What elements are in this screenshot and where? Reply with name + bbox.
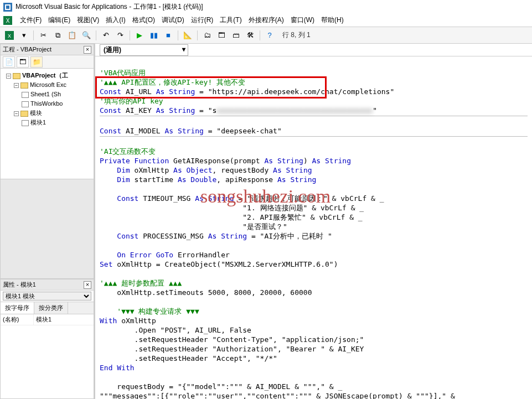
view-excel-icon[interactable]: X xyxy=(3,29,16,42)
collapse-icon[interactable]: − xyxy=(14,111,19,116)
tab-alphabetic[interactable]: 按字母序 xyxy=(1,302,34,314)
menu-addins[interactable]: 外接程序(A) xyxy=(245,15,287,25)
toolbox-icon[interactable]: 🛠 xyxy=(244,29,256,42)
help-icon[interactable]: ? xyxy=(264,29,276,42)
folder-icon xyxy=(20,111,28,117)
undo-icon[interactable]: ↶ xyxy=(100,29,112,42)
svg-text:X: X xyxy=(6,18,10,24)
project-toolbar: 📄 🗔 📁 xyxy=(0,55,94,69)
collapse-icon[interactable]: − xyxy=(6,74,11,79)
pane-gap xyxy=(0,179,94,279)
collapse-icon[interactable]: − xyxy=(14,83,19,88)
cursor-position: 行 8, 列 1 xyxy=(282,30,311,40)
run-icon[interactable]: ▶ xyxy=(133,29,146,42)
object-dropdown[interactable]: (通用) xyxy=(100,44,188,56)
menu-format[interactable]: 格式(O) xyxy=(129,15,158,25)
prop-name-value[interactable]: 模块1 xyxy=(34,314,54,325)
props-tabs: 按字母序 按分类序 xyxy=(0,302,94,314)
menu-view[interactable]: 视图(V) xyxy=(74,15,102,25)
window-titlebar: Microsoft Visual Basic for Applications … xyxy=(0,0,532,14)
module-icon xyxy=(22,120,29,126)
project-icon xyxy=(13,73,20,79)
props-grid[interactable]: (名称)模块1 xyxy=(0,314,94,399)
prop-name-key: (名称) xyxy=(1,314,34,325)
find-icon[interactable]: 🔍 xyxy=(80,29,92,42)
close-props-pane-icon[interactable]: × xyxy=(84,281,91,289)
arrow-down-icon[interactable]: ▾ xyxy=(18,29,30,42)
menubar: X 文件(F) 编辑(E) 视图(V) 插入(I) 格式(O) 调试(D) 运行… xyxy=(0,14,532,27)
cut-icon[interactable]: ✂ xyxy=(37,29,49,42)
sheet-icon xyxy=(22,92,29,98)
view-code-icon[interactable]: 📄 xyxy=(3,56,15,68)
menu-file[interactable]: 文件(F) xyxy=(17,15,45,25)
redo-icon[interactable]: ↷ xyxy=(114,29,126,42)
project-tree[interactable]: −VBAProject（工 −Microsoft Exc Sheet1 (Sh … xyxy=(0,69,94,179)
vba-app-icon xyxy=(3,3,12,12)
svg-text:X: X xyxy=(8,33,11,39)
reset-icon[interactable]: ■ xyxy=(162,29,174,42)
close-project-pane-icon[interactable]: × xyxy=(84,46,91,54)
paste-icon[interactable]: 📋 xyxy=(66,29,78,42)
workbook-icon xyxy=(22,101,29,107)
menu-insert[interactable]: 插入(I) xyxy=(102,15,128,25)
project-explorer-icon[interactable]: 🗂 xyxy=(201,29,213,42)
menu-window[interactable]: 窗口(W) xyxy=(287,15,318,25)
copy-icon[interactable]: ⧉ xyxy=(51,29,64,42)
menu-debug[interactable]: 调试(D) xyxy=(158,15,188,25)
menu-tools[interactable]: 工具(T) xyxy=(216,15,245,25)
tab-categorized[interactable]: 按分类序 xyxy=(34,302,68,314)
props-object-combo[interactable]: 模块1 模块 xyxy=(0,291,94,302)
menu-help[interactable]: 帮助(H) xyxy=(318,15,347,25)
design-mode-icon[interactable]: 📐 xyxy=(182,29,194,42)
excel-doc-icon: X xyxy=(3,16,12,25)
toggle-folders-icon[interactable]: 📁 xyxy=(30,56,43,68)
standard-toolbar: X ▾ ✂ ⧉ 📋 🔍 ↶ ↷ ▶ ▮▮ ■ 📐 🗂 🗔 🗃 🛠 ? 行 8, … xyxy=(0,27,532,44)
folder-icon xyxy=(20,82,28,89)
break-icon[interactable]: ▮▮ xyxy=(148,29,160,42)
view-object-icon[interactable]: 🗔 xyxy=(17,56,29,68)
menu-run[interactable]: 运行(R) xyxy=(188,15,217,25)
properties-pane-header: 属性 - 模块1 × xyxy=(0,279,94,291)
object-browser-icon[interactable]: 🗃 xyxy=(230,29,242,42)
properties-icon[interactable]: 🗔 xyxy=(215,29,228,42)
object-dropdown-bar: (通用) xyxy=(95,44,532,56)
window-title: Microsoft Visual Basic for Applications … xyxy=(16,2,203,12)
menu-edit[interactable]: 编辑(E) xyxy=(45,15,74,25)
project-pane-header: 工程 - VBAProject × xyxy=(0,44,94,55)
code-editor[interactable]: 'VBA代码应用 '▲▲▲ API配置区，修改API-key! 其他不变 Con… xyxy=(95,56,532,399)
